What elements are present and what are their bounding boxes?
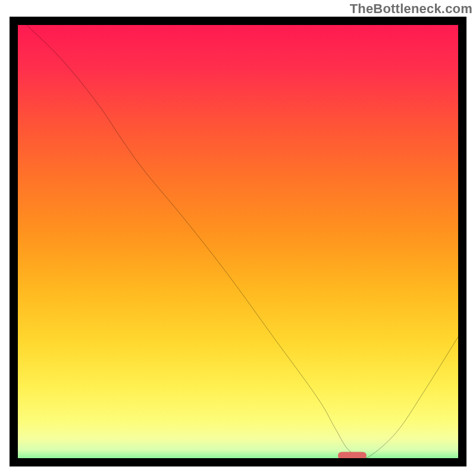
bottleneck-curve (18, 25, 458, 458)
plot-frame (10, 17, 466, 466)
optimal-marker (338, 452, 367, 458)
watermark-label: TheBottleneck.com (350, 1, 472, 17)
figure-container: TheBottleneck.com (0, 0, 476, 476)
plot-area (18, 25, 458, 458)
